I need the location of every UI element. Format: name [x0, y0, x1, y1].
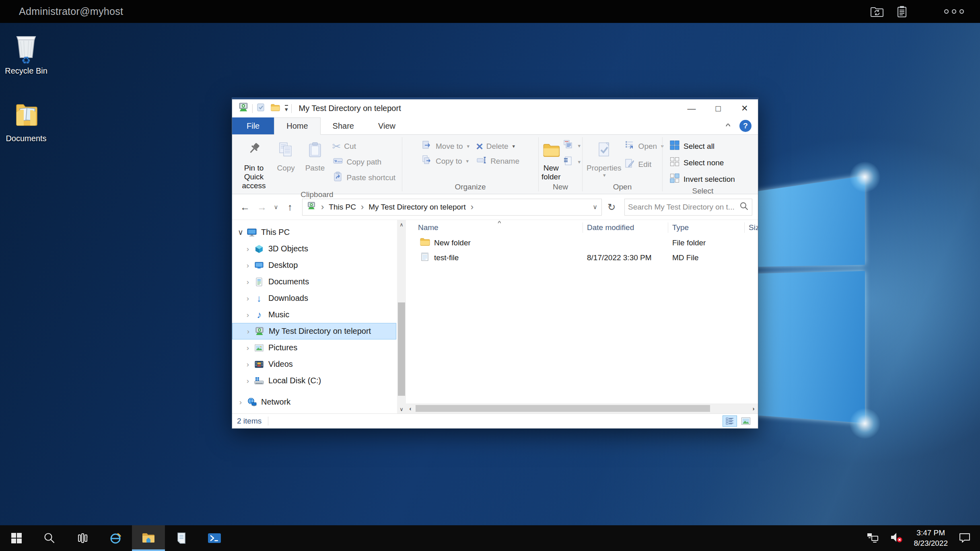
volume-muted-icon[interactable] [889, 531, 903, 545]
file-row-new-folder[interactable]: New folder File folder [406, 235, 758, 250]
title-bar[interactable]: ▾ My Test Directory on teleport — □ × [232, 99, 758, 117]
column-header-size[interactable]: Size [745, 222, 758, 233]
tab-view[interactable]: View [366, 117, 408, 134]
details-view-button[interactable] [723, 415, 737, 427]
tree-item-local-disk-c[interactable]: › Local Disk (C:) [232, 372, 396, 389]
breadcrumb-this-pc[interactable]: This PC [329, 203, 356, 212]
videos-icon [253, 359, 265, 370]
chevron-collapsed-icon[interactable]: › [243, 376, 253, 385]
internet-explorer-icon[interactable] [99, 525, 132, 551]
horizontal-scrollbar[interactable]: ‹ › [406, 403, 758, 413]
large-icons-view-button[interactable] [739, 415, 753, 427]
tab-share[interactable]: Share [321, 117, 366, 134]
network-tray-icon[interactable] [866, 531, 879, 545]
chevron-expanded-icon[interactable]: ∨ [235, 228, 246, 237]
action-center-icon[interactable] [958, 531, 971, 545]
paste-button[interactable]: Paste [300, 138, 329, 190]
taskbar-clock[interactable]: 3:47 PM 8/23/2022 [914, 528, 948, 548]
file-transfer-icon[interactable] [870, 6, 884, 18]
cut-button[interactable]: ✂ Cut [330, 139, 398, 154]
chevron-collapsed-icon[interactable]: › [243, 310, 253, 319]
breadcrumb-current-folder[interactable]: My Test Directory on teleport [369, 203, 465, 212]
chevron-collapsed-icon[interactable]: › [243, 294, 253, 303]
column-header-date-modified[interactable]: Date modified [583, 222, 668, 233]
refresh-button[interactable]: ↻ [604, 201, 619, 213]
edit-button[interactable]: Edit [622, 157, 666, 172]
tree-item-music[interactable]: › ♪ Music [232, 306, 396, 323]
tree-item-this-pc[interactable]: ∨ This PC [232, 224, 396, 241]
delete-button[interactable]: × Delete ▾ [474, 139, 522, 154]
horizontal-scrollbar-thumb[interactable] [416, 405, 710, 412]
chevron-collapsed-icon[interactable]: › [243, 343, 253, 352]
easy-access-button[interactable]: ▾ [562, 140, 581, 152]
search-input[interactable] [628, 203, 739, 212]
scroll-right-icon[interactable]: › [749, 405, 758, 412]
file-row-test-file[interactable]: test-file 8/17/2022 3:30 PM MD File [406, 250, 758, 265]
new-item-button[interactable]: ▾ [562, 156, 581, 168]
chevron-collapsed-icon[interactable]: › [243, 245, 253, 253]
copy-button[interactable]: Copy [272, 138, 300, 190]
up-button[interactable]: ↑ [283, 201, 297, 213]
scroll-down-icon[interactable]: ∨ [397, 405, 406, 413]
chevron-collapsed-icon[interactable]: › [243, 278, 253, 286]
chevron-collapsed-icon[interactable]: › [243, 360, 253, 369]
help-button[interactable]: ? [739, 120, 751, 132]
qat-new-folder-icon[interactable] [270, 103, 280, 114]
tree-item-desktop[interactable]: › Desktop [232, 257, 396, 273]
task-view-button[interactable] [66, 525, 99, 551]
tree-scrollbar[interactable]: ∧ ∨ [397, 220, 406, 413]
column-header-name[interactable]: Name [406, 222, 583, 233]
rename-button[interactable]: Rename [474, 154, 522, 169]
desktop-icon-recycle-bin[interactable]: ♻ Recycle Bin [0, 33, 52, 76]
select-all-button[interactable]: Select all [667, 139, 737, 154]
address-dropdown-icon[interactable]: ∨ [593, 203, 597, 211]
copy-icon [277, 139, 295, 161]
new-folder-button[interactable]: New folder [540, 138, 562, 183]
start-button[interactable] [0, 525, 33, 551]
chevron-collapsed-icon[interactable]: › [243, 327, 253, 336]
file-explorer-taskbar-button[interactable] [132, 525, 165, 551]
recent-locations-icon[interactable]: ∨ [272, 204, 280, 211]
maximize-button[interactable]: □ [705, 99, 731, 117]
properties-button[interactable]: Properties ▾ [587, 138, 622, 183]
collapse-ribbon-icon[interactable]: ^ [725, 122, 731, 130]
close-button[interactable]: × [731, 99, 758, 117]
tree-item-my-test-directory[interactable]: › My Test Directory on teleport [232, 323, 396, 339]
move-to-button[interactable]: Move to ▾ [419, 139, 472, 154]
copy-path-button[interactable]: Copy path [330, 154, 398, 169]
search-icon[interactable] [739, 201, 749, 213]
select-none-button[interactable]: Select none [667, 155, 737, 170]
desktop-icon [253, 260, 265, 271]
scroll-left-icon[interactable]: ‹ [406, 405, 415, 412]
invert-selection-button[interactable]: Invert selection [667, 172, 737, 187]
tree-item-3d-objects[interactable]: › 3D Objects [232, 241, 396, 257]
clipboard-icon[interactable] [896, 5, 908, 18]
tree-item-videos[interactable]: › Videos [232, 356, 396, 372]
open-button[interactable]: Open ▾ [622, 139, 666, 154]
tree-item-documents[interactable]: › Documents [232, 273, 396, 290]
notepad-taskbar-icon[interactable] [165, 525, 198, 551]
qat-customize-icon[interactable]: ▾ [285, 105, 288, 112]
tree-scrollbar-thumb[interactable] [398, 302, 405, 396]
column-header-type[interactable]: Type [668, 222, 745, 233]
pin-to-quick-access-button[interactable]: Pin to Quick access [236, 138, 272, 190]
chevron-collapsed-icon[interactable]: › [235, 398, 246, 407]
tree-item-network[interactable]: › Network [232, 394, 396, 410]
paste-shortcut-button[interactable]: Paste shortcut [330, 170, 398, 185]
taskbar-search-button[interactable] [33, 525, 66, 551]
minimize-button[interactable]: — [678, 99, 705, 117]
qat-properties-icon[interactable] [256, 103, 266, 114]
powershell-taskbar-icon[interactable] [198, 525, 231, 551]
forward-button[interactable]: → [255, 201, 269, 213]
tab-home[interactable]: Home [274, 117, 320, 135]
chevron-collapsed-icon[interactable]: › [243, 261, 253, 270]
scroll-up-icon[interactable]: ∧ [397, 220, 406, 229]
back-button[interactable]: ← [238, 201, 252, 213]
tab-file[interactable]: File [232, 117, 274, 134]
address-bar[interactable]: › This PC › My Test Directory on telepor… [302, 199, 602, 216]
desktop-icon-documents[interactable]: Documents [0, 100, 52, 143]
copy-to-button[interactable]: Copy to ▾ [419, 154, 472, 169]
tree-item-downloads[interactable]: › ↓ Downloads [232, 290, 396, 306]
more-options-icon[interactable] [944, 9, 964, 14]
tree-item-pictures[interactable]: › Pictures [232, 339, 396, 356]
